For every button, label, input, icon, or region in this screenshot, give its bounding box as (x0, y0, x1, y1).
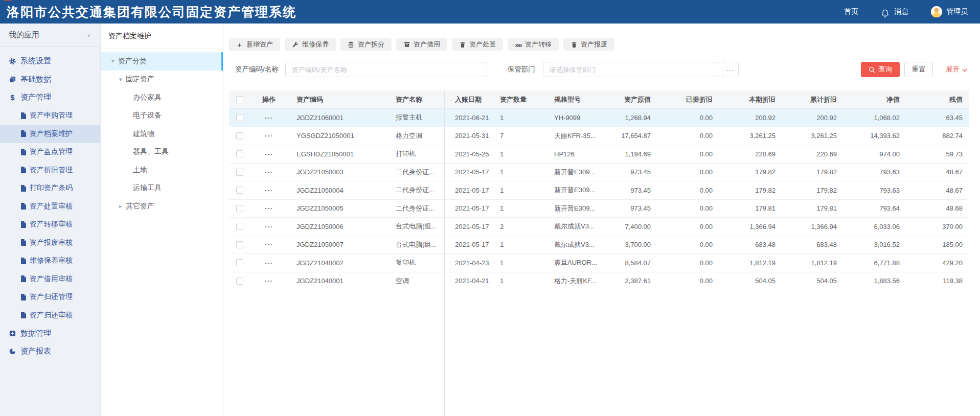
sidebar-item[interactable]: 资产报废审核 (0, 234, 100, 252)
select-all-checkbox[interactable] (236, 96, 243, 103)
table-row[interactable]: ··· YGSGDZ21050001 格力空调 2021-05-31 7 天丽K… (229, 127, 969, 146)
row-ops-menu[interactable]: ··· (250, 223, 287, 230)
cell-spec-model: 新开普E309... (543, 204, 601, 213)
sidebar-item[interactable]: 资产归还管理 (0, 288, 100, 307)
table-row[interactable]: ··· JGDZ21040001 空调 2021-04-21 1 格力-天丽KF… (229, 272, 969, 291)
custody-dept-input[interactable] (543, 62, 719, 77)
query-button[interactable]: 查询 (861, 62, 900, 77)
sidebar-item[interactable]: 维修保养审核 (0, 252, 100, 270)
sidebar-item[interactable]: 资产处置审核 (0, 197, 100, 216)
table-row[interactable]: ··· JGDZ21050006 台式电脑(组... 2021-05-17 2 … (229, 218, 969, 236)
toolbar-button[interactable]: 资产处置 (452, 38, 503, 51)
row-checkbox[interactable] (236, 169, 243, 176)
sidebar-item[interactable]: 系统设置 (0, 52, 100, 71)
row-checkbox[interactable] (236, 132, 243, 140)
toolbar-button[interactable]: + 新增资产 (229, 38, 280, 51)
row-ops-menu[interactable]: ··· (250, 277, 287, 285)
sidebar-item[interactable]: 打印资产条码 (0, 179, 100, 198)
sidebar-item-label: 资产归还审核 (30, 311, 73, 320)
row-checkbox[interactable] (236, 259, 243, 266)
tree-node[interactable]: 运输工具 (101, 179, 223, 198)
app-title: 洛阳市公共交通集团有限公司固定资产管理系统 (7, 4, 297, 20)
row-checkbox[interactable] (236, 278, 243, 285)
cell-entry-date: 2021-05-25 (444, 150, 489, 158)
row-ops-menu[interactable]: ··· (250, 187, 287, 194)
nav-user[interactable]: 管理员 (931, 6, 968, 17)
col-current-depreciation: 本期折旧 (719, 95, 782, 104)
tree-node-label: 运输工具 (133, 183, 162, 193)
toolbar-button[interactable]: »» 资产转移 (508, 38, 559, 51)
tree-node[interactable]: 器具、工具 (101, 143, 223, 161)
toolbar-button[interactable]: 维修保养 (285, 38, 336, 51)
cell-prev-depreciation: 0.00 (657, 132, 719, 140)
table-row[interactable]: ··· JGDZ21040002 复印机 2021-04-23 1 震旦AURO… (229, 254, 969, 272)
sidebar-item-label: 打印资产条码 (30, 183, 73, 193)
sidebar-item[interactable]: 资产申购管理 (0, 107, 100, 125)
tree-node[interactable]: 办公家具 (101, 88, 223, 107)
row-ops-menu[interactable]: ··· (250, 150, 287, 158)
row-checkbox[interactable] (236, 205, 243, 212)
tree-node[interactable]: ▾ 资产分类 (101, 52, 223, 71)
table-row[interactable]: ··· JGDZ21050003 二代身份证... 2021-05-17 1 新… (229, 164, 969, 182)
tree-node[interactable]: 建筑物 (101, 125, 223, 143)
tree-node[interactable]: 土地 (101, 161, 223, 179)
row-ops-menu[interactable]: ··· (250, 114, 287, 122)
bell-icon[interactable] (881, 7, 890, 17)
row-checkbox[interactable] (236, 187, 243, 194)
sidebar-item[interactable]: 资产档案维护 (0, 125, 100, 143)
row-ops-menu[interactable]: ··· (250, 204, 287, 212)
toolbar-button[interactable]: 资产借用 (396, 38, 447, 51)
sidebar-item-label: 资产报废审核 (30, 238, 73, 247)
toolbar-button[interactable]: 资产报废 (563, 38, 614, 51)
expand-filters-link[interactable]: 展开 (946, 65, 967, 74)
tree-expand-icon[interactable]: ▾ (119, 76, 126, 83)
row-checkbox[interactable] (236, 241, 243, 248)
sidebar-item[interactable]: 资产报表 (0, 342, 100, 361)
table-row[interactable]: ··· JGDZ21050005 二代身份证... 2021-05-17 1 新… (229, 200, 969, 218)
sidebar-item[interactable]: 资产盘点管理 (0, 143, 100, 161)
cell-current-depreciation: 1,812.19 (719, 259, 782, 267)
cell-prev-depreciation: 0.00 (657, 168, 719, 176)
sidebar-item[interactable]: 基础数据 (0, 71, 100, 89)
table-row[interactable]: ··· JGDZ21060001 报警主机 2021-06-21 1 YH-90… (229, 109, 969, 127)
sidebar-item[interactable]: 资产折旧管理 (0, 161, 100, 179)
sidebar-item-label: 数据管理 (20, 329, 51, 338)
sidebar-item[interactable]: 资产归还审核 (0, 306, 100, 325)
cell-asset-code: JGDZ21050006 (287, 223, 387, 230)
sidebar-item-label: 资产折旧管理 (30, 166, 73, 175)
sidebar-item[interactable]: 资产转移审核 (0, 216, 100, 234)
reset-button[interactable]: 重置 (904, 62, 933, 77)
tree-expand-icon[interactable]: ▸ (119, 203, 126, 210)
sidebar-item[interactable]: $ 资产管理 (0, 88, 100, 107)
table-row[interactable]: ··· EGSHDZ21050001 打印机 2021-05-25 1 HP12… (229, 145, 969, 164)
table-row[interactable]: ··· JGDZ21050007 台式电脑(组... 2021-05-17 1 … (229, 236, 969, 255)
tree-node[interactable]: ▾ 固定资产 (101, 71, 223, 89)
toolbar-button[interactable]: 资产拆分 (340, 38, 392, 51)
tree-node[interactable]: ▸ 其它资产 (101, 197, 223, 216)
table-row[interactable]: ··· JGDZ21050004 二代身份证... 2021-05-17 1 新… (229, 181, 969, 200)
sidebar-item-label: 资产处置审核 (30, 202, 73, 211)
tree-node[interactable]: 电子设备 (101, 107, 223, 125)
row-checkbox[interactable] (236, 223, 243, 230)
cell-net-value: 1,068.02 (843, 114, 906, 122)
message-count-badge: 41 (1, 0, 14, 1)
nav-messages[interactable]: 41 消息 (881, 7, 908, 17)
sidebar-item[interactable]: 数据管理 (0, 325, 100, 343)
row-ops-menu[interactable]: ··· (250, 241, 287, 248)
file-icon (20, 148, 26, 155)
nav-home[interactable]: 首页 (844, 7, 858, 16)
sidebar-item[interactable]: 资产借用审核 (0, 270, 100, 288)
asset-code-input[interactable] (285, 62, 487, 77)
cell-net-value: 793.63 (843, 168, 906, 176)
cell-accumulated-depreciation: 179.81 (782, 204, 843, 212)
row-ops-menu[interactable]: ··· (250, 259, 287, 267)
dept-picker-button[interactable]: ··· (722, 62, 739, 77)
sidebar-item-label: 资产归还管理 (30, 292, 73, 302)
row-ops-menu[interactable]: ··· (250, 168, 287, 176)
tree-expand-icon[interactable]: ▾ (111, 58, 118, 64)
avatar[interactable] (931, 6, 942, 17)
row-ops-menu[interactable]: ··· (250, 132, 287, 140)
row-checkbox[interactable] (236, 114, 243, 121)
row-checkbox[interactable] (236, 150, 243, 157)
collapse-sidebar-icon[interactable]: ‹ (87, 31, 90, 39)
